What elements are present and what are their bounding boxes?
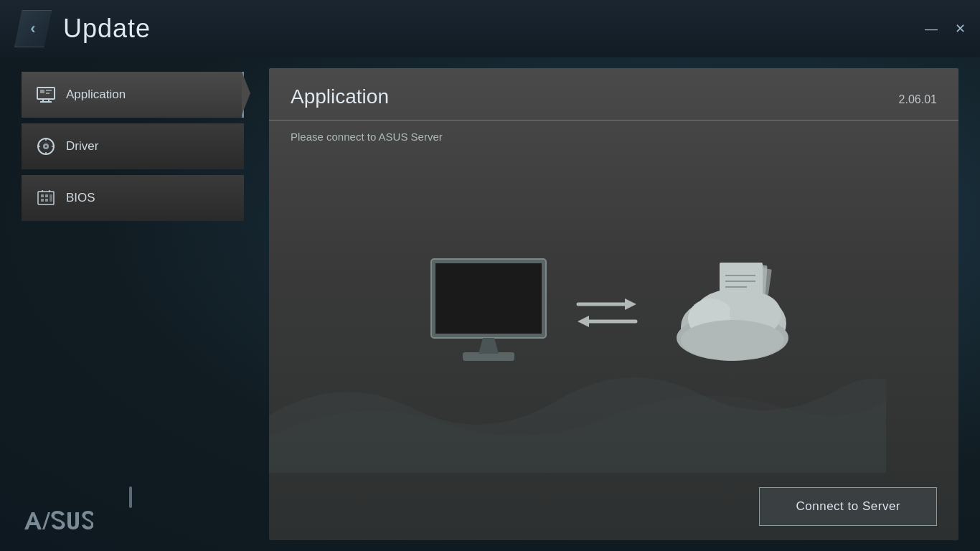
driver-icon bbox=[36, 136, 56, 156]
sidebar-label-bios: BIOS bbox=[66, 191, 95, 205]
sidebar: Application Driver bbox=[0, 57, 258, 551]
illustration-area bbox=[269, 153, 958, 473]
svg-rect-18 bbox=[45, 199, 48, 202]
action-bar: Connect to Server bbox=[269, 473, 958, 540]
svg-rect-15 bbox=[41, 194, 44, 197]
title-left: ‹ Update bbox=[14, 10, 151, 47]
close-button[interactable]: ✕ bbox=[955, 22, 966, 35]
title-bar: ‹ Update — ✕ bbox=[0, 0, 980, 57]
connect-to-server-button[interactable]: Connect to Server bbox=[759, 487, 937, 526]
sidebar-label-application: Application bbox=[66, 88, 126, 102]
sidebar-item-application[interactable]: Application bbox=[22, 72, 244, 118]
illustration-graphic bbox=[424, 255, 804, 370]
sidebar-scrollbar bbox=[129, 486, 132, 508]
asus-logo bbox=[22, 508, 93, 537]
svg-marker-28 bbox=[625, 298, 636, 310]
svg-rect-1 bbox=[40, 90, 44, 93]
asus-logo-svg bbox=[22, 508, 93, 534]
content-header: Application 2.06.01 bbox=[269, 68, 958, 121]
sidebar-item-bios[interactable]: BIOS bbox=[22, 175, 244, 221]
transfer-arrows-icon bbox=[575, 291, 639, 334]
version-label: 2.06.01 bbox=[899, 93, 937, 106]
main-content: Application Driver bbox=[0, 57, 980, 551]
svg-marker-30 bbox=[578, 316, 589, 327]
svg-rect-16 bbox=[45, 194, 48, 197]
bios-icon bbox=[36, 188, 56, 208]
svg-rect-23 bbox=[435, 263, 542, 334]
app-icon bbox=[36, 85, 56, 105]
content-panel: Application 2.06.01 Please connect to AS… bbox=[269, 68, 958, 540]
cloud-icon bbox=[661, 255, 804, 370]
svg-rect-3 bbox=[46, 93, 50, 94]
svg-marker-26 bbox=[479, 338, 499, 354]
svg-rect-17 bbox=[41, 199, 44, 202]
sidebar-item-driver[interactable]: Driver bbox=[22, 123, 244, 169]
content-subtitle: Please connect to ASUS Server bbox=[269, 121, 958, 153]
window-controls: — ✕ bbox=[925, 22, 966, 35]
back-arrow-icon: ‹ bbox=[30, 19, 35, 38]
svg-rect-2 bbox=[46, 90, 52, 91]
monitor-icon bbox=[424, 255, 553, 370]
page-title: Update bbox=[63, 14, 151, 44]
svg-point-44 bbox=[681, 320, 784, 360]
back-button[interactable]: ‹ bbox=[14, 10, 52, 47]
minimize-button[interactable]: — bbox=[925, 22, 938, 35]
sidebar-label-driver: Driver bbox=[66, 139, 98, 154]
svg-rect-21 bbox=[50, 194, 52, 202]
content-section-title: Application bbox=[291, 85, 389, 108]
svg-point-9 bbox=[45, 146, 47, 148]
